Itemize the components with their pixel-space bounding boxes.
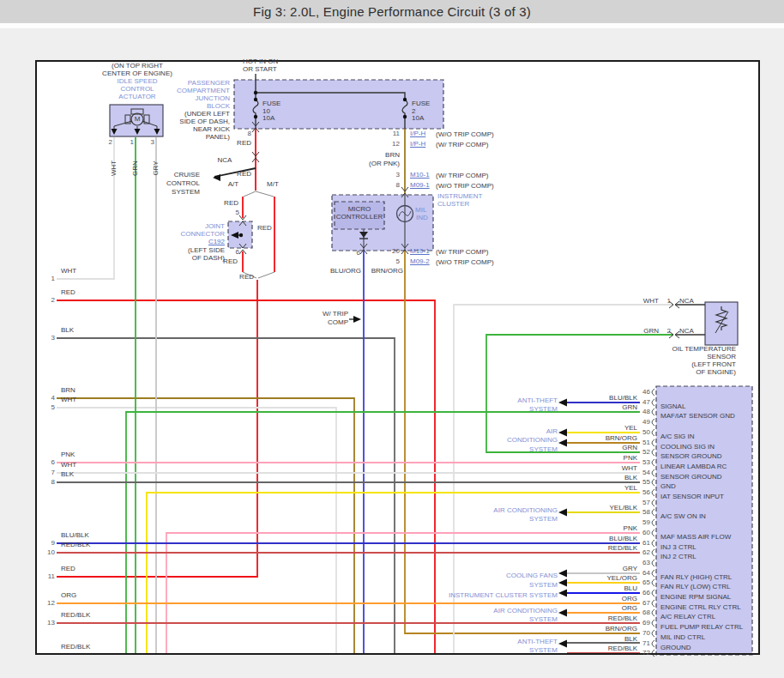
arrowhead-icon: [353, 316, 361, 323]
pin-socket-icon: [652, 439, 654, 446]
diagram-frame-border: [36, 61, 759, 654]
pin-socket-icon: [652, 409, 654, 415]
air-conditioning-system-58-arrow-icon: [558, 509, 567, 517]
instrument-cluster-system-66-arrow-icon: [558, 590, 567, 597]
pin-socket-icon: [652, 399, 654, 406]
junction-dot: [254, 115, 257, 118]
air-conditioning-system-50-51-arrow-icon: [558, 429, 567, 437]
link-m10-1[interactable]: M10-1: [410, 172, 430, 179]
pin-socket-icon: [652, 459, 654, 466]
wire-bracket-split-r: [256, 191, 274, 197]
wire-wire4-brn: [57, 398, 354, 654]
pin-socket-icon: [652, 540, 654, 547]
wire-brn-org-mil-ind: [405, 251, 640, 633]
wire-wire5-wht: [57, 408, 336, 654]
link-m09-2[interactable]: M09-2: [410, 258, 430, 265]
pin-socket-icon: [652, 570, 654, 577]
pin-socket-icon: [652, 519, 654, 526]
wire-wire1-wht: [57, 137, 114, 279]
link-m09-1[interactable]: M09-1: [410, 182, 430, 189]
wiring-svg: [0, 0, 784, 678]
link-i/p-h[interactable]: I/P-H: [410, 130, 425, 137]
junction-block-box: [234, 80, 443, 129]
pin-socket-icon: [652, 449, 654, 456]
pin-socket-icon: [652, 419, 654, 426]
wiring-diagram-page: Fig 3: 2.0L, Engine Performance Circuit …: [0, 0, 784, 678]
pin-socket-icon: [652, 609, 654, 616]
junction-dot: [254, 98, 257, 101]
micro-controller-box: [335, 202, 384, 229]
cooling-fans-system-64-65-arrow-icon: [558, 570, 567, 578]
pin-socket-icon: [652, 630, 654, 637]
pin-socket-icon: [652, 509, 654, 516]
junction-dot: [403, 98, 407, 101]
wire-wire2-red: [57, 300, 435, 654]
pin-socket-icon: [652, 640, 654, 647]
wire-oil-sensor-grn: [486, 335, 673, 452]
junction-dot: [239, 233, 243, 237]
pin-socket-icon: [652, 579, 654, 586]
link-c192[interactable]: C192: [208, 239, 225, 245]
wire-bracket-merge-l: [243, 272, 256, 278]
air-conditioning-system-68-arrow-icon: [558, 609, 567, 617]
wire-wire3-blk: [57, 338, 395, 654]
air-conditioning-system-50-51-arrow-icon: [558, 439, 567, 447]
pin-socket-icon: [652, 530, 654, 536]
pin-socket-icon: [652, 620, 654, 627]
pin-socket-icon: [652, 600, 654, 607]
link-i/p-h[interactable]: I/P-H: [410, 141, 425, 148]
ecm-connector-box: [656, 386, 752, 655]
pin-socket-icon: [652, 489, 654, 496]
pin-socket-icon: [652, 549, 654, 556]
pin-socket-icon: [652, 479, 654, 486]
pin-socket-icon: [652, 429, 654, 436]
pin-socket-icon: [652, 590, 654, 596]
pin-socket-icon: [652, 499, 654, 506]
pin-socket-icon: [652, 469, 654, 476]
wire-bracket-merge-r: [258, 272, 274, 278]
junction-dot: [403, 115, 407, 118]
pin-socket-icon: [652, 560, 654, 566]
arrowhead-icon: [213, 174, 220, 181]
pin-socket-icon: [652, 389, 654, 396]
anti-theft-system-71-arrow-icon: [558, 640, 567, 648]
wire-bracket-split-l: [244, 191, 256, 197]
link-m10-1[interactable]: M10-1: [410, 248, 430, 255]
junction-dot: [254, 91, 257, 94]
wire-nca-cruise-arrow: [214, 168, 256, 177]
anti-theft-system-47-arrow-icon: [558, 399, 567, 407]
cooling-fans-system-64-65-arrow-icon: [558, 579, 567, 587]
